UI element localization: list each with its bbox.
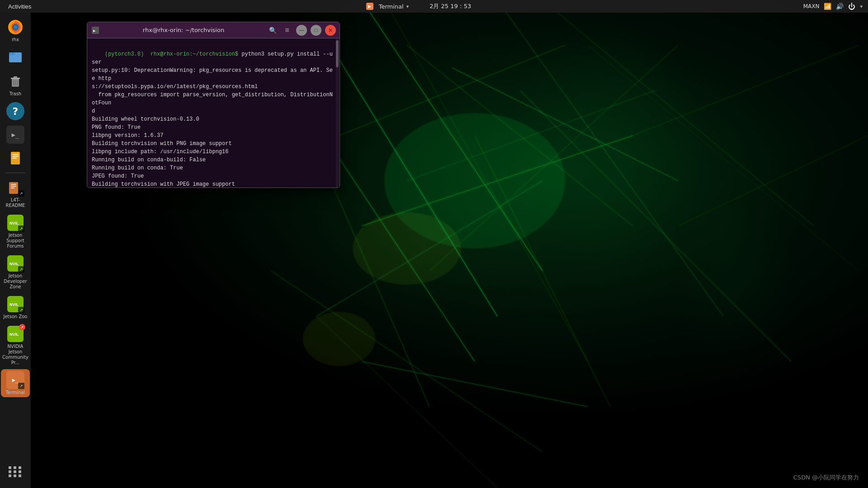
sidebar-item-trash[interactable]: Trash — [1, 70, 30, 99]
terminal-titlebar: ▶ rhx@rhx-orin: ~/torchvision 🔍 ≡ — □ ✕ — [87, 22, 340, 38]
files-icon — [6, 48, 24, 66]
topbar-datetime: 2月 25 19：53 — [429, 2, 471, 10]
svg-line-17 — [542, 0, 814, 226]
sidebar-item-docs[interactable] — [1, 147, 30, 169]
svg-text:NVIL: NVIL — [9, 262, 19, 266]
svg-line-2 — [407, 45, 633, 226]
community-badge: ↗ — [19, 324, 25, 330]
svg-line-13 — [429, 45, 678, 271]
jetson-zoo-label: Jetson Zoo — [4, 314, 28, 319]
terminal-title-icon: ▶ — [91, 26, 100, 35]
power-icon[interactable]: ⏻ — [848, 2, 855, 11]
terminal-dock-icon: ▶_ ↗ — [6, 371, 24, 389]
jetson-dev-label: Jetson Developer Zone — [2, 273, 29, 290]
sidebar-item-help[interactable]: ? — [1, 100, 30, 122]
terminal-scrollbar-thumb — [336, 40, 339, 67]
l4t-link-badge: ↗ — [18, 190, 24, 197]
terminal-scrollbar[interactable] — [336, 38, 339, 188]
topbar-left: Activities — [5, 2, 34, 11]
terminal-window: ▶ rhx@rhx-orin: ~/torchvision 🔍 ≡ — □ ✕ … — [87, 22, 340, 188]
svg-line-20 — [271, 271, 542, 452]
nvidia-community-icon: NVIL ↗ — [6, 325, 24, 343]
sidebar-item-l4t[interactable]: ↗ L4T-README — [1, 177, 30, 210]
terminal-close-button[interactable]: ✕ — [325, 25, 336, 36]
topbar-terminal-icon: ▶ — [366, 3, 373, 10]
activities-button[interactable]: Activities — [5, 2, 34, 11]
svg-line-19 — [520, 90, 791, 361]
firefox-icon — [6, 18, 24, 36]
svg-rect-44 — [11, 184, 16, 185]
wifi-icon[interactable]: 📶 — [824, 3, 831, 10]
terminal-menu-button[interactable]: ≡ — [282, 25, 292, 36]
l4t-label: L4T-README — [2, 197, 29, 208]
docs-icon — [6, 149, 24, 167]
svg-rect-40 — [12, 154, 19, 155]
jetson-support-label: Jetson Support Forums — [2, 233, 29, 249]
topbar-center: ▶ Terminal ▾ 2月 25 19：53 — [366, 2, 472, 10]
svg-line-22 — [362, 361, 588, 407]
jetson-support-icon: NVIL ↗ — [6, 214, 24, 232]
terminal-content[interactable]: (pytorch3.8) rhx@rhx-orin:~/torchvision$… — [87, 38, 340, 188]
terminal-search-button[interactable]: 🔍 — [267, 25, 278, 36]
sidebar-item-jetson-zoo[interactable]: NVIL ↗ Jetson Zoo — [1, 293, 30, 321]
svg-line-5 — [452, 68, 678, 181]
terminal-title-text: rhx@rhx-orin: ~/torchvision — [104, 27, 264, 33]
svg-line-23 — [633, 45, 859, 136]
help-icon: ? — [6, 102, 24, 120]
svg-text:NVIL: NVIL — [9, 221, 19, 225]
sidebar-item-jetson-support[interactable]: NVIL ↗ Jetson Support Forums — [1, 212, 30, 251]
terminal-minimize-button[interactable]: — — [296, 25, 307, 36]
sidebar: rhx Trash ? — [0, 13, 31, 488]
sidebar-item-files[interactable] — [1, 46, 30, 69]
svg-line-11 — [475, 136, 610, 407]
svg-rect-41 — [12, 156, 19, 157]
svg-line-24 — [678, 136, 868, 226]
terminal-link-badge: ↗ — [18, 383, 24, 389]
sidebar-item-jetson-dev[interactable]: NVIL ↗ Jetson Developer Zone — [1, 253, 30, 291]
svg-line-14 — [316, 181, 542, 316]
topbar-arrow[interactable]: ▾ — [860, 4, 863, 9]
jetson-support-link-badge: ↗ — [18, 225, 24, 232]
svg-line-3 — [316, 23, 497, 316]
sidebar-item-firefox[interactable]: rhx — [1, 16, 30, 44]
topbar: Activities ▶ Terminal ▾ 2月 25 19：53 MAXN… — [0, 0, 868, 13]
svg-point-25 — [303, 312, 375, 366]
svg-line-4 — [384, 0, 588, 361]
svg-point-29 — [14, 25, 17, 29]
terminal-maximize-button[interactable]: □ — [311, 25, 321, 36]
svg-rect-32 — [9, 52, 14, 55]
svg-text:NVIL: NVIL — [9, 332, 19, 337]
nvidia-label: MAXN — [803, 3, 820, 9]
terminal2-icon: ▶_ — [6, 126, 24, 144]
svg-text:▶: ▶ — [93, 28, 96, 33]
svg-line-12 — [362, 136, 633, 226]
svg-point-15 — [384, 113, 565, 249]
firefox-label: rhx — [12, 37, 19, 42]
jetson-zoo-icon: NVIL ↗ — [6, 295, 24, 313]
terminal-dock-label: Terminal — [6, 390, 25, 395]
jetson-dev-link-badge: ↗ — [18, 266, 24, 272]
dock-separator — [5, 173, 25, 173]
trash-icon — [6, 72, 24, 90]
svg-rect-46 — [11, 188, 14, 188]
nvidia-community-label: NVIDIA Jetson Community Pr... — [2, 344, 29, 366]
volume-icon[interactable]: 🔊 — [836, 3, 844, 10]
sidebar-item-nvidia-community[interactable]: NVIL ↗ NVIDIA Jetson Community Pr... — [1, 323, 30, 367]
jetson-zoo-link-badge: ↗ — [18, 307, 24, 313]
svg-line-9 — [497, 0, 723, 316]
sidebar-item-terminal[interactable]: ▶_ ↗ Terminal — [1, 369, 30, 397]
svg-line-7 — [339, 45, 565, 136]
sidebar-item-terminal2[interactable]: ▶_ — [1, 124, 30, 145]
svg-line-1 — [362, 0, 542, 271]
svg-line-8 — [407, 90, 656, 181]
jetson-dev-icon: NVIL ↗ — [6, 254, 24, 272]
svg-line-18 — [588, 45, 859, 271]
topbar-right: MAXN 📶 🔊 ⏻ ▾ — [803, 2, 863, 11]
svg-text:NVIL: NVIL — [9, 302, 19, 307]
app-grid-button[interactable] — [5, 463, 26, 481]
topbar-terminal-label[interactable]: Terminal — [379, 3, 404, 10]
topbar-terminal-arrow[interactable]: ▾ — [406, 4, 409, 9]
trash-label: Trash — [9, 91, 21, 97]
svg-line-21 — [316, 316, 497, 488]
l4t-icon: ↗ — [6, 178, 24, 197]
